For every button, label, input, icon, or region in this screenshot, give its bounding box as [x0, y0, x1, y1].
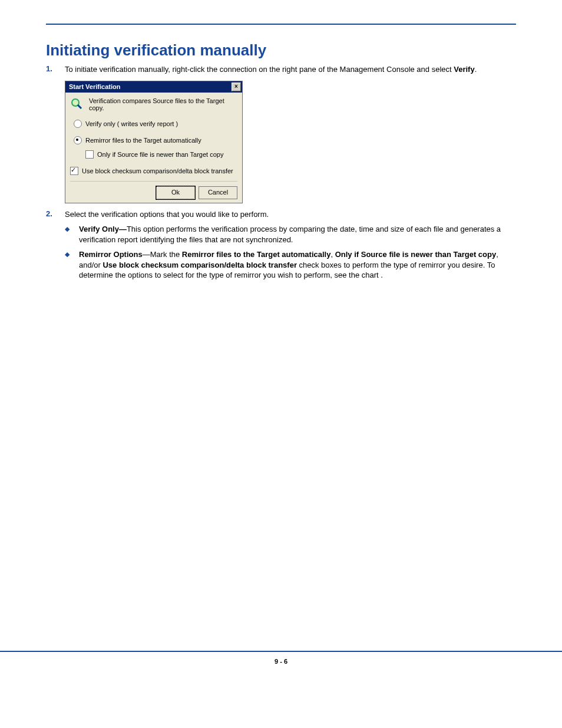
step-text-bold: Verify: [454, 65, 474, 74]
step-text-pre: To initiate verification manually, right…: [65, 65, 454, 74]
step-list: 1. To initiate verification manually, ri…: [46, 64, 516, 75]
checkbox-only-newer-row[interactable]: Only if Source file is newer than Target…: [70, 150, 237, 159]
bullet-remirror-options: ◆ Remirror Options—Mark the Remirror fil…: [65, 249, 516, 281]
radio-icon: [74, 120, 82, 128]
checkbox-icon: [85, 150, 94, 159]
bullet-b2: Only if Source file is newer than Target…: [335, 250, 497, 259]
radio-icon: [74, 136, 82, 144]
step-number: 1.: [46, 64, 65, 73]
search-icon: [70, 97, 83, 110]
step-2: 2. Select the verification options that …: [46, 209, 516, 285]
bullet-b3: Use block checksum comparison/delta bloc…: [103, 261, 296, 269]
cancel-button[interactable]: Cancel: [199, 186, 237, 199]
bullet-lead: Remirror Options: [79, 250, 143, 259]
page-number: 9 - 6: [275, 658, 287, 665]
step-body: Select the verification options that you…: [65, 209, 516, 285]
dialog-screenshot: Start Verification × Verification compar…: [65, 81, 516, 203]
sub-bullet-list: ◆ Verify Only—This option performs the v…: [65, 224, 516, 281]
step-body: To initiate verification manually, right…: [65, 64, 516, 75]
bullet-m1: ,: [330, 250, 335, 259]
step-1: 1. To initiate verification manually, ri…: [46, 64, 516, 75]
bullet-lead: Verify Only—: [79, 225, 127, 233]
dialog-description: Verification compares Source files to th…: [89, 97, 237, 111]
close-icon[interactable]: ×: [232, 83, 241, 91]
checkbox-block-row[interactable]: Use block checksum comparison/delta bloc…: [70, 167, 237, 175]
radio-verify-only-label: Verify only ( writes verify report ): [85, 120, 178, 127]
step-list-2: 2. Select the verification options that …: [46, 209, 516, 285]
checkbox-only-newer-label: Only if Source file is newer than Target…: [97, 151, 223, 158]
radio-remirror-row[interactable]: Remirror files to the Target automatical…: [70, 136, 237, 144]
diamond-bullet-icon: ◆: [65, 224, 79, 233]
top-rule: [46, 24, 516, 25]
diamond-bullet-icon: ◆: [65, 249, 79, 259]
checkbox-icon: [70, 167, 78, 175]
ok-button[interactable]: Ok: [156, 186, 195, 199]
bullet-dash: —Mark the: [143, 250, 182, 259]
checkbox-block-label: Use block checksum comparison/delta bloc…: [82, 167, 233, 174]
step-text-post: .: [475, 65, 477, 74]
svg-line-1: [78, 105, 81, 108]
bullet-b1: Remirror files to the Target automatical…: [182, 250, 331, 259]
bullet-text: This option performs the verification pr…: [79, 225, 501, 244]
dialog-titlebar: Start Verification ×: [65, 81, 242, 93]
dialog-title: Start Verification: [69, 83, 120, 90]
step-number: 2.: [46, 209, 65, 218]
step-text: Select the verification options that you…: [65, 210, 269, 219]
page-footer: 9 - 6: [0, 651, 562, 683]
bullet-verify-only: ◆ Verify Only—This option performs the v…: [65, 224, 516, 245]
start-verification-dialog: Start Verification × Verification compar…: [65, 81, 243, 203]
radio-verify-only-row[interactable]: Verify only ( writes verify report ): [70, 120, 237, 128]
radio-remirror-label: Remirror files to the Target automatical…: [85, 137, 201, 144]
section-heading: Initiating verification manually: [46, 41, 516, 60]
